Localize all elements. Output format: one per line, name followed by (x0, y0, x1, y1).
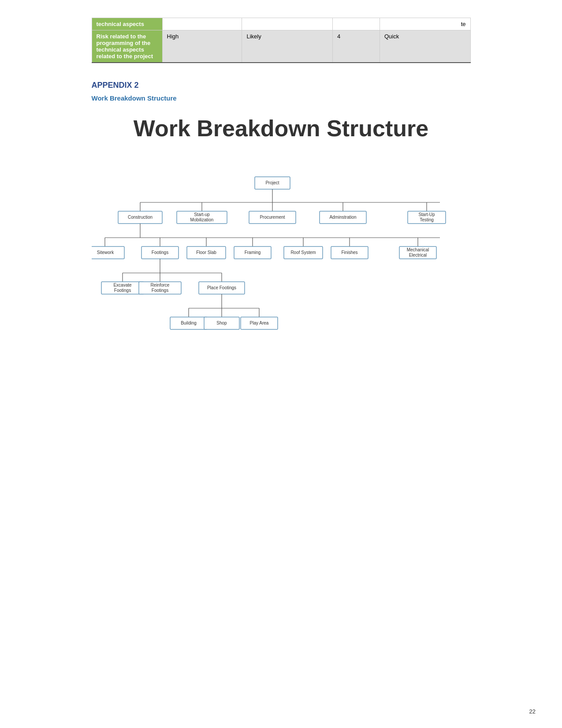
svg-text:Project: Project (265, 180, 279, 185)
svg-text:Excavate: Excavate (113, 283, 132, 287)
svg-text:Mobilization: Mobilization (190, 217, 213, 222)
node-procurement: Procurement (249, 211, 296, 224)
node-startup-mob: Start-up Mobilization (177, 211, 227, 224)
svg-text:Play Area: Play Area (249, 321, 268, 325)
svg-text:Procurement: Procurement (260, 215, 285, 220)
node-floor-slab: Floor Slab (187, 246, 226, 259)
svg-text:Finishes: Finishes (341, 250, 357, 255)
svg-text:Reinforce: Reinforce (150, 283, 169, 287)
table-risk-cell: Risk related to the programming of the t… (92, 30, 162, 63)
node-mech-elec: Mechanical Electrical (399, 246, 436, 259)
svg-text:Roof System: Roof System (290, 250, 316, 255)
svg-text:Start-Up: Start-Up (418, 212, 435, 217)
table-empty-2 (242, 18, 333, 30)
risk-table-section: technical aspects te Risk related to the… (92, 18, 471, 63)
node-reinforce-footings: Reinforce Footings (139, 282, 181, 294)
svg-text:Mechanical: Mechanical (406, 247, 429, 252)
svg-text:Start-up: Start-up (194, 212, 210, 217)
node-adminstration: Adminstration (320, 211, 366, 224)
svg-text:Place Footings: Place Footings (207, 285, 236, 290)
table-col2: High (162, 30, 242, 63)
table-col5: Quick (380, 30, 470, 63)
svg-text:Sitework: Sitework (97, 250, 114, 255)
risk-table: technical aspects te Risk related to the… (92, 18, 471, 63)
svg-text:Framing: Framing (244, 250, 261, 255)
svg-text:Building: Building (181, 321, 197, 325)
node-finishes: Finishes (331, 246, 368, 259)
svg-text:Shop: Shop (216, 321, 227, 325)
svg-text:Floor Slab: Floor Slab (196, 250, 216, 255)
node-building: Building (170, 317, 207, 329)
table-empty-1 (162, 18, 242, 30)
wbs-svg: .wbs-node rect { fill: white; stroke: #6… (92, 164, 471, 411)
node-shop: Shop (204, 317, 239, 329)
node-footings: Footings (141, 246, 179, 259)
svg-text:Footings: Footings (114, 288, 130, 293)
svg-text:Testing: Testing (420, 217, 434, 222)
node-project: Project (255, 177, 290, 189)
wbs-main-title: Work Breakdown Structure (92, 115, 471, 142)
table-empty-3 (332, 18, 380, 30)
table-col3: Likely (242, 30, 333, 63)
table-col4: 4 (332, 30, 380, 63)
node-startup-testing: Start-Up Testing (408, 211, 446, 224)
table-header-cell: technical aspects (92, 18, 162, 30)
wbs-diagram: .wbs-node rect { fill: white; stroke: #6… (92, 164, 471, 411)
appendix-subtitle: Work Breakdown Structure (92, 94, 471, 102)
svg-text:Footings: Footings (151, 250, 168, 255)
node-play-area: Play Area (241, 317, 278, 329)
node-place-footings: Place Footings (199, 282, 245, 294)
table-te-label: te (380, 18, 470, 30)
page-number: 22 (529, 708, 536, 715)
svg-text:Electrical: Electrical (409, 253, 427, 258)
appendix-title: APPENDIX 2 (92, 81, 471, 90)
svg-text:Adminstration: Adminstration (329, 215, 356, 220)
node-sitework: Sitework (92, 246, 124, 259)
svg-text:Footings: Footings (151, 288, 168, 293)
node-framing: Framing (234, 246, 271, 259)
node-construction: Construction (118, 211, 162, 224)
node-roof-system: Roof System (284, 246, 323, 259)
node-excavate-footings: Excavate Footings (101, 282, 144, 294)
svg-text:Construction: Construction (127, 215, 152, 220)
